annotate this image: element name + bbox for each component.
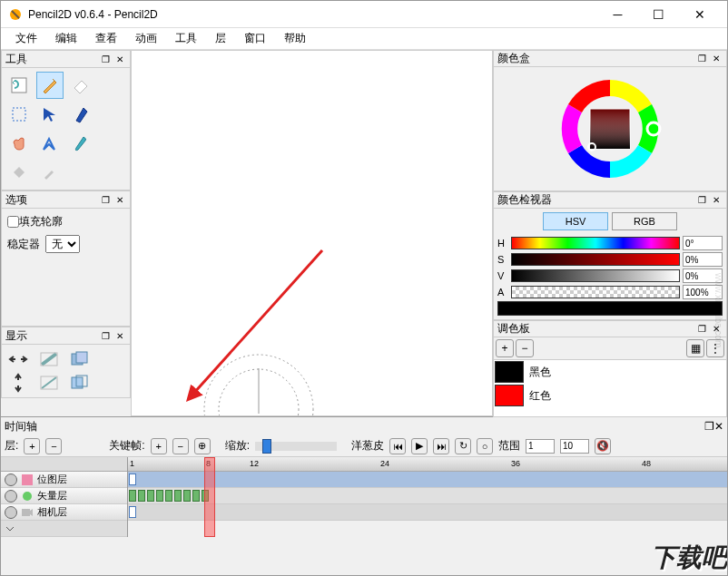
add-keyframe-button[interactable]: + [151,438,167,454]
menu-view[interactable]: 查看 [86,29,126,48]
close-panel-icon[interactable]: ✕ [710,194,723,207]
close-panel-icon[interactable]: ✕ [714,420,723,433]
range-end[interactable]: 10 [560,439,589,454]
pen-tool[interactable] [67,101,94,128]
undock-icon[interactable]: ❐ [99,193,112,206]
undock-icon[interactable]: ❐ [695,194,708,207]
menu-layer[interactable]: 层 [206,29,235,48]
undock-icon[interactable]: ❐ [99,53,112,65]
sound-button[interactable]: 🔇 [595,438,611,454]
menu-help[interactable]: 帮助 [275,29,315,48]
alpha-slider[interactable] [511,286,680,298]
remove-layer-button[interactable]: − [45,438,62,454]
play-button[interactable]: ▶ [411,438,428,454]
outlines-icon[interactable] [67,348,93,370]
layer-vector[interactable]: 矢量层 [1,488,127,504]
thin-lines-icon[interactable] [36,348,62,370]
display-panel-header: 显示 ❐ ✕ [1,327,131,345]
timeline-ruler[interactable]: 1 8 12 24 36 48 [128,457,727,472]
zoom-slider[interactable] [255,442,337,451]
minimize-button[interactable]: ─ [597,2,638,27]
canvas[interactable] [131,50,493,416]
swatch-red[interactable]: 红色 [494,384,726,407]
duplicate-keyframe-button[interactable]: ⊕ [194,438,211,454]
hue-slider[interactable] [511,237,680,249]
sat-value[interactable]: 0% [683,252,723,267]
maximize-button[interactable]: ☐ [638,2,679,27]
thin-lines2-icon[interactable] [36,372,62,394]
layer-list: 位图层 矢量层 相机层 [1,457,128,537]
empty-disp-1 [97,348,123,370]
loop-button[interactable]: ↻ [455,438,471,454]
menu-edit[interactable]: 编辑 [46,29,86,48]
bucket-tool[interactable] [5,159,33,186]
hsv-tab[interactable]: HSV [543,212,608,230]
playhead[interactable] [204,457,215,537]
move-tool[interactable] [36,101,64,128]
close-panel-icon[interactable]: ✕ [113,53,126,65]
app-icon [8,7,23,22]
clear-tool[interactable] [5,72,33,99]
bitmap-track[interactable] [128,472,727,488]
mirror-v-icon[interactable] [5,372,31,394]
undock-icon[interactable]: ❐ [695,323,708,336]
stabilizer-select[interactable]: 无 [45,235,80,253]
close-panel-icon[interactable]: ✕ [710,53,723,65]
add-color-button[interactable]: + [496,339,514,357]
colorbox-header: 颜色盒 ❐ ✕ [493,50,727,67]
bitmap-icon [21,473,34,486]
hue-value[interactable]: 0° [683,236,723,250]
play-end-button[interactable]: ⏭ [433,438,449,454]
empty-tool-1 [97,72,124,99]
layer-bitmap[interactable]: 位图层 [1,472,127,488]
add-layer-button[interactable]: + [24,438,40,454]
undock-icon[interactable]: ❐ [704,420,714,433]
fill-outline-checkbox[interactable] [7,216,19,228]
watermark: www.xiazaiba.com [713,273,723,347]
vector-track[interactable] [128,488,727,504]
layer-camera[interactable]: 相机层 [1,504,127,521]
undock-icon[interactable]: ❐ [695,53,708,65]
empty-tool-3 [97,130,124,157]
empty-tool-4 [67,159,94,186]
remove-keyframe-button[interactable]: − [172,438,189,454]
svg-rect-14 [590,109,630,149]
polyline-tool[interactable] [36,130,64,157]
svg-rect-1 [12,78,26,93]
range-start[interactable]: 1 [526,439,555,454]
rgb-tab[interactable]: RGB [612,212,677,230]
play-start-button[interactable]: ⏮ [389,438,406,454]
sound-toggle[interactable]: ○ [477,438,493,454]
tools-panel [1,68,131,190]
eyedrop-tool[interactable] [36,159,64,186]
hand-tool[interactable] [5,130,33,157]
menu-tools[interactable]: 工具 [166,29,206,48]
sat-slider[interactable] [511,253,680,266]
remove-color-button[interactable]: − [516,339,534,357]
val-slider[interactable] [511,269,680,282]
svg-point-18 [23,492,32,501]
select-tool[interactable] [5,101,33,128]
pencil-tool[interactable] [36,72,64,99]
close-button[interactable]: ✕ [679,2,720,27]
swatch-black[interactable]: 黑色 [494,360,726,384]
close-panel-icon[interactable]: ✕ [113,193,126,206]
undock-icon[interactable]: ❐ [99,329,112,342]
chevron-down-icon[interactable] [5,523,15,534]
close-panel-icon[interactable]: ✕ [113,329,126,342]
menu-animation[interactable]: 动画 [126,29,166,48]
svg-rect-19 [22,509,30,516]
overlay-icon[interactable] [67,372,93,394]
brush-tool[interactable] [67,130,94,157]
mirror-h-icon[interactable] [5,348,31,370]
palette-panel: + − ▦ ⋮ 黑色 红色 [493,337,727,417]
camera-track[interactable] [128,504,727,521]
menu-window[interactable]: 窗口 [235,29,275,48]
eraser-tool[interactable] [67,72,94,99]
svg-rect-5 [76,352,87,363]
track-area[interactable]: 1 8 12 24 36 48 [128,457,727,537]
svg-rect-17 [22,474,33,485]
menu-file[interactable]: 文件 [6,29,46,48]
color-wheel[interactable] [493,67,727,191]
palette-view-icon[interactable]: ▦ [686,339,704,357]
